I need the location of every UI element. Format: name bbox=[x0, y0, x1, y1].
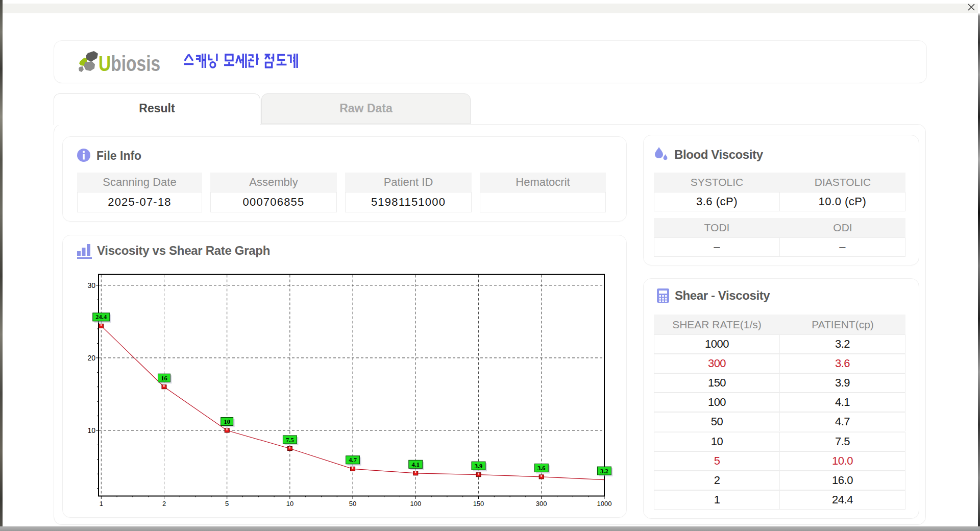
svg-text:16: 16 bbox=[161, 375, 167, 382]
svg-text:100: 100 bbox=[410, 500, 421, 508]
svg-text:4.1: 4.1 bbox=[411, 461, 420, 468]
svg-text:1000: 1000 bbox=[597, 500, 611, 508]
svg-text:10: 10 bbox=[87, 426, 95, 435]
svg-text:10: 10 bbox=[286, 500, 293, 508]
svg-text:Ubiosis: Ubiosis bbox=[99, 51, 160, 75]
svg-text:300: 300 bbox=[536, 500, 547, 508]
svg-text:2: 2 bbox=[162, 500, 166, 508]
svg-text:150: 150 bbox=[473, 500, 484, 508]
svg-text:4.7: 4.7 bbox=[349, 456, 357, 464]
svg-text:24.4: 24.4 bbox=[95, 313, 107, 321]
svg-text:20: 20 bbox=[87, 354, 95, 362]
svg-text:7.5: 7.5 bbox=[286, 437, 294, 444]
svg-text:50: 50 bbox=[349, 500, 356, 508]
svg-text:1: 1 bbox=[100, 500, 103, 508]
svg-text:3.9: 3.9 bbox=[475, 463, 483, 470]
svg-text:3.2: 3.2 bbox=[600, 468, 608, 475]
svg-text:10: 10 bbox=[224, 418, 230, 425]
svg-text:5: 5 bbox=[225, 500, 229, 508]
svg-text:30: 30 bbox=[87, 281, 95, 289]
svg-text:3.6: 3.6 bbox=[537, 465, 546, 472]
